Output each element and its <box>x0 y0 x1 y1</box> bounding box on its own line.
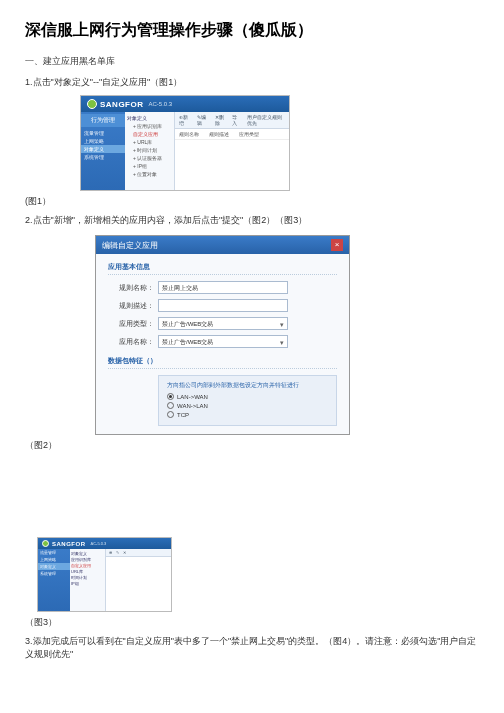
close-icon[interactable]: × <box>331 239 343 251</box>
content-panel: ⊕新增 ✎编辑 ✕删除 导入 用户自定义规则优先 规则名称 规则描述 应用类型 <box>175 112 289 190</box>
appname-select[interactable]: 禁止广告/WEB交易 <box>158 335 288 348</box>
tree-item-active[interactable]: 自定义应用 <box>127 130 172 138</box>
tree-item[interactable]: + 位置对象 <box>127 170 172 178</box>
radio-icon <box>167 393 174 400</box>
delete-button[interactable]: ✕ <box>123 550 126 555</box>
content-panel: ⊕ ✎ ✕ <box>106 549 171 611</box>
desc-input[interactable] <box>158 299 288 312</box>
caption-3: （图3） <box>25 616 479 629</box>
nav-item[interactable]: 流量管理 <box>81 129 125 137</box>
radio-label: LAN->WAN <box>177 394 208 400</box>
radio-option[interactable]: WAN->LAN <box>167 402 328 409</box>
col-header: 应用类型 <box>239 131 259 137</box>
logo-icon <box>87 99 97 109</box>
priority-checkbox[interactable]: 用户自定义规则优先 <box>247 114 285 126</box>
nav-panel: 行为管理 流量管理 上网策略 对象定义 系统管理 <box>81 112 125 190</box>
nav-item[interactable]: 上网策略 <box>81 137 125 145</box>
toolbar: ⊕ ✎ ✕ <box>106 549 171 557</box>
nav-item-active[interactable]: 对象定义 <box>81 145 125 153</box>
app-header: SANGFOR AC-5.0.3 <box>38 538 171 549</box>
edit-button[interactable]: ✎编辑 <box>197 114 209 126</box>
step-1-text: 1.点击"对象定义"--"自定义应用"（图1） <box>25 76 479 89</box>
name-input[interactable]: 禁止网上交易 <box>158 281 288 294</box>
tree-item[interactable]: + IP组 <box>127 162 172 170</box>
section-heading: 一、建立应用黑名单库 <box>25 55 479 68</box>
brand-text: SANGFOR <box>52 541 86 547</box>
col-header: 规则名称 <box>179 131 199 137</box>
page-title: 深信服上网行为管理操作步骤（傻瓜版） <box>25 20 479 41</box>
nav-item[interactable]: 流量管理 <box>38 549 70 556</box>
model-text: AC-5.0.3 <box>149 101 173 107</box>
brand-text: SANGFOR <box>100 100 144 109</box>
nav-item[interactable]: 上网策略 <box>38 556 70 563</box>
step-3-text: 3.添加完成后可以看到在"自定义应用"表中多了一个"禁止网上交易"的类型。（图4… <box>25 635 479 661</box>
add-button[interactable]: ⊕ <box>109 550 112 555</box>
tree-panel: 对象定义 + 应用识别库 自定义应用 + URL库 + 时间计划 + 认证服务器… <box>125 112 175 190</box>
screenshot-3: SANGFOR AC-5.0.3 流量管理 上网策略 对象定义 系统管理 对象定… <box>37 537 172 612</box>
col-header: 规则描述 <box>209 131 229 137</box>
tree-item[interactable]: + 应用识别库 <box>127 122 172 130</box>
model-text: AC-5.0.3 <box>91 541 107 546</box>
field-label: 规则名称： <box>108 283 154 293</box>
field-label: 应用名称： <box>108 337 154 347</box>
rule-hint: 方向指公司内部到外部数据包设定方向并特征进行 <box>167 381 328 390</box>
section-label: 应用基本信息 <box>108 262 337 275</box>
rule-box: 方向指公司内部到外部数据包设定方向并特征进行 LAN->WAN WAN->LAN… <box>158 375 337 426</box>
radio-option[interactable]: LAN->WAN <box>167 393 328 400</box>
screenshot-2-dialog: 编辑自定义应用 × 应用基本信息 规则名称： 禁止网上交易 规则描述： 应用类型… <box>95 235 350 435</box>
nav-item-active[interactable]: 对象定义 <box>38 563 70 570</box>
radio-icon <box>167 402 174 409</box>
add-button[interactable]: ⊕新增 <box>179 114 191 126</box>
dialog-title-text: 编辑自定义应用 <box>102 240 158 251</box>
import-button[interactable]: 导入 <box>232 114 240 126</box>
radio-label: TCP <box>177 412 189 418</box>
delete-button[interactable]: ✕删除 <box>215 114 227 126</box>
caption-2: （图2） <box>25 439 479 452</box>
logo-icon <box>42 540 49 547</box>
toolbar: ⊕新增 ✎编辑 ✕删除 导入 用户自定义规则优先 <box>175 112 289 129</box>
dialog-titlebar: 编辑自定义应用 × <box>96 236 349 254</box>
nav-item[interactable]: 系统管理 <box>81 153 125 161</box>
apptype-select[interactable]: 禁止广告/WEB交易 <box>158 317 288 330</box>
app-header: SANGFOR AC-5.0.3 <box>81 96 289 112</box>
nav-heading: 行为管理 <box>81 114 125 127</box>
tree-item[interactable]: + 时间计划 <box>127 146 172 154</box>
radio-option[interactable]: TCP <box>167 411 328 418</box>
tree-item[interactable]: + 认证服务器 <box>127 154 172 162</box>
edit-button[interactable]: ✎ <box>116 550 119 555</box>
section-label: 数据包特征（） <box>108 356 337 369</box>
field-label: 规则描述： <box>108 301 154 311</box>
tree-item[interactable]: IP组 <box>71 580 104 586</box>
caption-1: (图1） <box>25 195 479 208</box>
radio-label: WAN->LAN <box>177 403 208 409</box>
radio-icon <box>167 411 174 418</box>
screenshot-1: SANGFOR AC-5.0.3 行为管理 流量管理 上网策略 对象定义 系统管… <box>80 95 290 191</box>
tree-panel: 对象定义 应用识别库 自定义应用 URL库 时间计划 IP组 <box>70 549 106 611</box>
tree-item[interactable]: + URL库 <box>127 138 172 146</box>
nav-panel: 流量管理 上网策略 对象定义 系统管理 <box>38 549 70 611</box>
table-header: 规则名称 规则描述 应用类型 <box>175 129 289 140</box>
tree-item[interactable]: 对象定义 <box>127 114 172 122</box>
step-2-text: 2.点击"新增"，新增相关的应用内容，添加后点击"提交"（图2）（图3） <box>25 214 479 227</box>
field-label: 应用类型： <box>108 319 154 329</box>
nav-item[interactable]: 系统管理 <box>38 570 70 577</box>
